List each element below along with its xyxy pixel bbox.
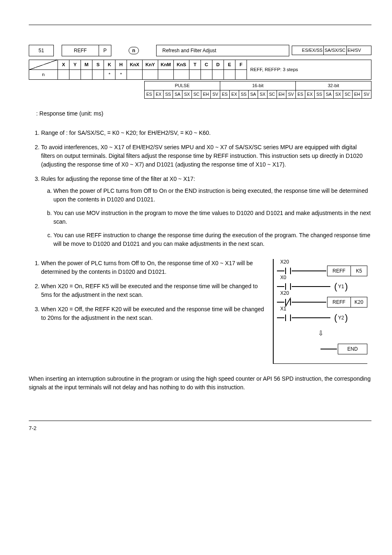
steps-desc: REFF, REFFP: 3 steps <box>247 60 371 80</box>
p-suffix: P <box>99 45 111 56</box>
end-box: END <box>338 344 367 354</box>
ex-item-2: When X20 = On, REFF K5 will be executed … <box>41 282 265 299</box>
contact-open-icon <box>285 283 291 290</box>
remarks-paragraph: When inserting an interruption subroutin… <box>29 375 371 392</box>
explanation-list: Range of : for SA/SX/SC, = K0 ~ K20; for… <box>29 129 371 248</box>
operand-type-grid: XYMS KH KnXKnYKnMKnS TCDEF REFF, REFFP: … <box>29 60 371 80</box>
instr-box: REFF <box>327 297 351 308</box>
mnemonic: REFF <box>62 45 99 56</box>
operand-n-pill: n <box>129 47 139 54</box>
grid-corner <box>29 60 58 69</box>
page-number: 7-2 <box>29 425 37 431</box>
param-box: K20 <box>351 297 367 308</box>
instruction-header-table: 51 REFF P n Refresh and Filter Adjust ES… <box>29 37 371 56</box>
arrow-down-icon: ⇩ <box>318 330 323 337</box>
coil-icon: (Y1) <box>331 282 351 291</box>
ex-item-3: When X20 = Off, the REFF K20 will be exe… <box>41 305 265 322</box>
api-number: 51 <box>29 45 54 56</box>
param-box: K5 <box>351 266 367 276</box>
exp-item-3: Rules for adjusting the reponse time of … <box>41 175 371 248</box>
exp-sub-a: When the power of PLC turns from Off to … <box>53 187 371 204</box>
program-example-list: When the power of PLC turns from Off to … <box>29 259 265 322</box>
operand-row-label: n <box>29 69 58 79</box>
function-desc: Refresh and Filter Adjust <box>157 45 289 56</box>
exp-sub-b: You can use MOV instruction in the progr… <box>53 209 371 226</box>
ex-item-1: When the power of PLC turns from Off to … <box>41 259 265 276</box>
pulse-bit-table: PULSE 16-bit 32-bit ESEXSSSA SXSCEHSV ES… <box>144 81 371 99</box>
contact-open-icon <box>285 314 291 321</box>
exp-sub-c: You can use REFF instruction to change t… <box>53 231 371 248</box>
controllers-box: ES/EX/SS SA/SX/SC EH/SV <box>292 46 371 55</box>
exp-sublist: When the power of PLC turns from Off to … <box>41 187 371 248</box>
exp-item-2: To avoid interferences, X0 ~ X17 of EH/E… <box>41 143 371 169</box>
contact-open-icon <box>285 268 291 274</box>
exp-item-1: Range of : for SA/SX/SC, = K0 ~ K20; for… <box>41 129 371 137</box>
coil-icon: (Y2) <box>331 313 351 322</box>
instr-box: REFF <box>327 266 351 276</box>
response-time-note: : Response time (unit: ms) <box>29 109 371 118</box>
ladder-diagram: X20 REFF K5 X0 (Y1) X20 <box>273 259 371 364</box>
contact-closed-icon <box>285 299 291 305</box>
